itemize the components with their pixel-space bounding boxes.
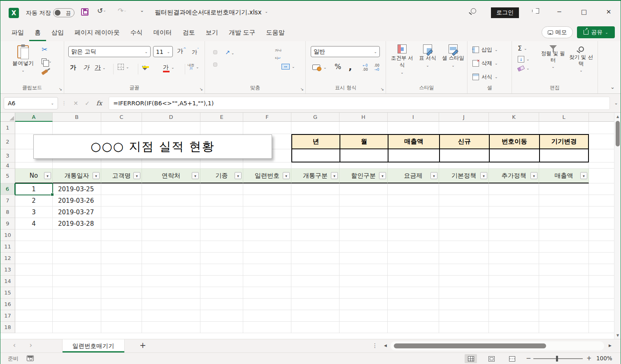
row-header-3[interactable]: 3 <box>0 149 15 162</box>
cell-I16[interactable] <box>388 299 439 310</box>
cell-E8[interactable] <box>200 206 243 218</box>
cell-F8[interactable] <box>243 206 291 218</box>
cell-A18[interactable] <box>15 322 53 333</box>
ribbon-tab-3[interactable]: 페이지 레이아웃 <box>69 24 125 41</box>
cell-A17[interactable] <box>15 310 53 322</box>
cell-L16[interactable] <box>539 299 589 310</box>
page-break-view-button[interactable] <box>506 354 518 363</box>
cell-K13[interactable] <box>489 264 539 276</box>
alignment-dialog-launcher[interactable]: ↘ <box>300 87 304 91</box>
row-header-2[interactable]: 2 <box>0 134 15 149</box>
save-button[interactable] <box>81 8 93 16</box>
cell-F11[interactable] <box>243 241 291 253</box>
cell-G8[interactable] <box>291 206 340 218</box>
cell-L4[interactable] <box>539 162 589 169</box>
cell-L10[interactable] <box>539 230 589 241</box>
cell-F6[interactable] <box>243 183 291 195</box>
column-header-J[interactable]: J <box>439 113 489 122</box>
cell-L6[interactable] <box>539 183 589 195</box>
zoom-level[interactable]: 100% <box>596 355 612 362</box>
next-sheet-arrow[interactable]: › <box>26 341 36 349</box>
font-size-select[interactable]: 11⌄ <box>153 46 173 57</box>
cell-I12[interactable] <box>388 253 439 264</box>
page-layout-view-button[interactable] <box>485 354 498 363</box>
cell-C14[interactable] <box>101 276 142 287</box>
cell-B10[interactable] <box>53 230 101 241</box>
align-center-button[interactable] <box>213 63 217 67</box>
row-header-6[interactable]: 6 <box>0 183 15 195</box>
increase-indent-button[interactable] <box>228 63 232 67</box>
summary-header-cell[interactable]: 월 <box>340 135 388 149</box>
cell-D9[interactable] <box>142 218 200 230</box>
column-header-A[interactable]: A <box>15 113 53 122</box>
cell-H8[interactable] <box>340 206 388 218</box>
cell-C5[interactable]: 고객명▾ <box>101 169 142 183</box>
comments-button[interactable]: 메모 <box>542 26 573 38</box>
percent-style-button[interactable]: % <box>335 63 341 71</box>
insert-function-button[interactable]: fx <box>93 100 105 107</box>
coming-soon-megaphone-icon[interactable] <box>532 8 539 14</box>
cell-G11[interactable] <box>291 241 340 253</box>
cell-D13[interactable] <box>142 264 200 276</box>
cell-D8[interactable] <box>142 206 200 218</box>
cell-F17[interactable] <box>243 310 291 322</box>
collapse-ribbon-button[interactable]: ⌄ <box>610 84 615 90</box>
cell-H14[interactable] <box>340 276 388 287</box>
cell-E5[interactable]: 기종▾ <box>200 169 243 183</box>
filter-dropdown-button[interactable]: ▾ <box>235 172 242 179</box>
cell-B4[interactable] <box>53 162 101 169</box>
document-title[interactable]: 필터된결과에순서대로번호매기기.xlsx⌄ <box>155 9 268 16</box>
row-header-12[interactable]: 12 <box>0 253 15 264</box>
increase-font-button[interactable]: 가^ <box>177 47 186 55</box>
cell-I15[interactable] <box>388 287 439 299</box>
cell-K11[interactable] <box>489 241 539 253</box>
cell-H17[interactable] <box>340 310 388 322</box>
cell-D16[interactable] <box>142 299 200 310</box>
column-header-K[interactable]: K <box>489 113 539 122</box>
new-sheet-button[interactable]: + <box>140 341 146 350</box>
cell-E4[interactable] <box>200 162 243 169</box>
scroll-up-arrow[interactable]: ▲ <box>614 113 621 120</box>
cell-B14[interactable] <box>53 276 101 287</box>
column-header-L[interactable]: L <box>539 113 589 122</box>
cell-H13[interactable] <box>340 264 388 276</box>
summary-value-cell[interactable] <box>292 149 340 162</box>
cell-A8[interactable]: 3 <box>15 206 53 218</box>
align-left-button[interactable] <box>208 63 212 67</box>
ribbon-tab-6[interactable]: 검토 <box>177 24 200 41</box>
cell-G7[interactable] <box>291 195 340 206</box>
cell-H6[interactable] <box>340 183 388 195</box>
cell-C10[interactable] <box>101 230 142 241</box>
cell-I8[interactable] <box>388 206 439 218</box>
decrease-indent-button[interactable] <box>223 63 227 67</box>
ribbon-tab-2[interactable]: 삽입 <box>46 24 69 41</box>
expand-formula-bar-button[interactable]: ⌄ <box>612 100 621 106</box>
number-format-select[interactable]: 일반⌄ <box>311 46 380 57</box>
format-as-table-button[interactable]: 표 서식⌄ <box>415 44 440 68</box>
filter-dropdown-button[interactable]: ▾ <box>379 172 386 179</box>
cell-G16[interactable] <box>291 299 340 310</box>
summary-value-cell[interactable] <box>490 149 540 162</box>
vertical-scroll-thumb[interactable] <box>616 121 620 146</box>
cell-L5[interactable]: 매출액▾ <box>539 169 589 183</box>
cell-B13[interactable] <box>53 264 101 276</box>
row-header-14[interactable]: 14 <box>0 276 15 287</box>
column-header-G[interactable]: G <box>291 113 340 122</box>
cell-I5[interactable]: 요금제▾ <box>388 169 439 183</box>
cell-C15[interactable] <box>101 287 142 299</box>
ribbon-tab-9[interactable]: 도움말 <box>261 24 290 41</box>
cell-B1[interactable] <box>53 122 101 134</box>
cell-H4[interactable] <box>340 162 388 169</box>
filter-dropdown-button[interactable]: ▾ <box>133 172 140 179</box>
formula-input[interactable]: =IFERROR(IF(B6<>"",A5+1,""),1) <box>109 97 610 110</box>
cell-J9[interactable] <box>439 218 489 230</box>
cell-D18[interactable] <box>142 322 200 333</box>
filter-dropdown-button[interactable]: ▾ <box>283 172 290 179</box>
cell-styles-button[interactable]: 셀 스타일⌄ <box>440 44 466 68</box>
cell-L18[interactable] <box>539 322 589 333</box>
cell-A7[interactable]: 2 <box>15 195 53 206</box>
cell-I7[interactable] <box>388 195 439 206</box>
cell-G13[interactable] <box>291 264 340 276</box>
vertical-scrollbar[interactable]: ▲ ▼ <box>614 113 621 339</box>
ribbon-tab-7[interactable]: 보기 <box>200 24 223 41</box>
